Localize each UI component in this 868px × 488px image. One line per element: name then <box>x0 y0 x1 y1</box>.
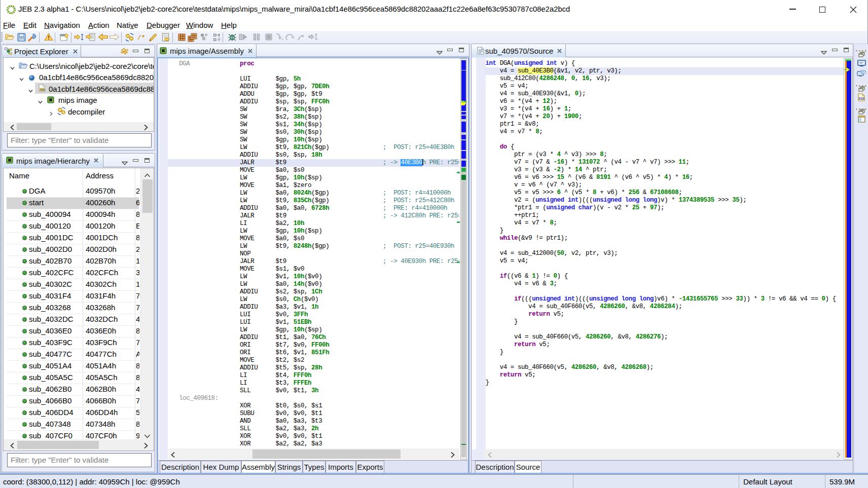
svg-text:010: 010 <box>859 97 864 100</box>
svg-text:010: 010 <box>40 88 45 91</box>
svg-text:/*: /* <box>137 34 146 41</box>
